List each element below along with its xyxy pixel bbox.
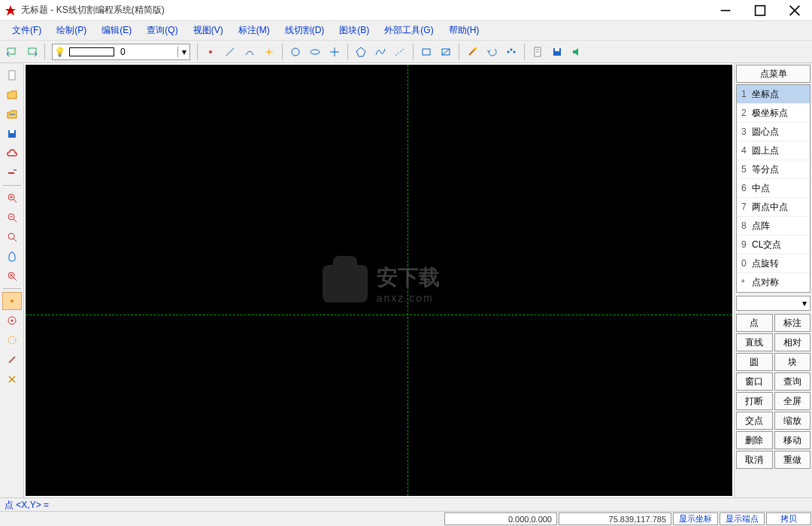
menu-view[interactable]: 视图(V) bbox=[186, 22, 231, 39]
crosshair-tool-button[interactable] bbox=[326, 43, 344, 61]
document-button[interactable] bbox=[529, 43, 547, 61]
watermark-text: 安下载 bbox=[377, 263, 440, 292]
menu-block[interactable]: 图块(B) bbox=[332, 22, 377, 39]
point-menu-item-2[interactable]: 3圆心点 bbox=[737, 123, 810, 141]
maximize-button[interactable] bbox=[743, 0, 777, 21]
point-menu-item-3[interactable]: 4圆上点 bbox=[737, 141, 810, 160]
menu-file[interactable]: 文件(F) bbox=[5, 22, 49, 39]
show-coords-button[interactable]: 显示坐标 bbox=[673, 512, 718, 525]
cmd-button-4[interactable]: 圆 bbox=[736, 353, 773, 371]
window-title: 无标题 - KS线切割编程系统(精简版) bbox=[21, 4, 708, 17]
cmd-button-1[interactable]: 标注 bbox=[774, 314, 811, 332]
arc-tool-button[interactable] bbox=[241, 43, 259, 61]
new-file-button[interactable] bbox=[2, 66, 22, 84]
erase-button[interactable] bbox=[2, 164, 22, 182]
cmd-button-15[interactable]: 重做 bbox=[774, 451, 811, 469]
cmd-button-2[interactable]: 直线 bbox=[736, 333, 773, 351]
point-menu-item-9[interactable]: 0点旋转 bbox=[737, 254, 810, 273]
cmd-button-3[interactable]: 相对 bbox=[774, 333, 811, 351]
undo-button[interactable] bbox=[483, 43, 501, 61]
point-menu-item-1[interactable]: 2极坐标点 bbox=[737, 104, 810, 123]
point-menu-index: 2 bbox=[741, 108, 752, 118]
menu-external[interactable]: 外部工具(G) bbox=[377, 22, 441, 39]
ellipse-tool-button[interactable] bbox=[306, 43, 324, 61]
panel-dropdown[interactable]: ▾ bbox=[736, 296, 810, 311]
point-menu-item-0[interactable]: 1坐标点 bbox=[737, 85, 810, 104]
chevron-down-icon[interactable]: ▾ bbox=[177, 47, 189, 57]
cmd-button-10[interactable]: 交点 bbox=[736, 412, 773, 430]
ring3-button[interactable] bbox=[2, 331, 22, 349]
menu-edit[interactable]: 编辑(E) bbox=[94, 22, 139, 39]
cmd-button-7[interactable]: 查询 bbox=[774, 372, 811, 391]
point-menu-label: 两点中点 bbox=[752, 201, 788, 214]
cmd-button-11[interactable]: 缩放 bbox=[774, 412, 811, 430]
next-view-button[interactable] bbox=[23, 43, 41, 61]
cmd-button-13[interactable]: 移动 bbox=[774, 431, 811, 449]
point-menu-item-5[interactable]: 6中点 bbox=[737, 179, 810, 198]
cmd-button-9[interactable]: 全屏 bbox=[774, 392, 811, 410]
wand-tool-button[interactable] bbox=[463, 43, 481, 61]
open2-file-button[interactable] bbox=[2, 105, 22, 123]
top-toolbar: 💡 0 ▾ bbox=[0, 41, 812, 63]
speaker-button[interactable] bbox=[568, 43, 586, 61]
point-menu-index: 8 bbox=[741, 220, 752, 231]
open-file-button[interactable] bbox=[2, 86, 22, 104]
command-line[interactable]: 点 <X,Y> = bbox=[0, 497, 812, 511]
rect2-tool-button[interactable] bbox=[437, 43, 455, 61]
svg-rect-29 bbox=[9, 71, 15, 80]
point-menu-label: 坐标点 bbox=[752, 88, 779, 101]
redo-dots-button[interactable] bbox=[502, 43, 520, 61]
menu-draw[interactable]: 绘制(P) bbox=[49, 22, 94, 39]
spline-tool-button[interactable] bbox=[371, 43, 389, 61]
circle-tool-button[interactable] bbox=[286, 43, 304, 61]
show-endpoints-button[interactable]: 显示端点 bbox=[720, 512, 765, 525]
save-file-button[interactable] bbox=[2, 125, 22, 143]
point-tool-button[interactable] bbox=[201, 43, 220, 61]
cmd-button-8[interactable]: 打断 bbox=[736, 392, 773, 410]
svg-rect-5 bbox=[8, 48, 15, 54]
zoom-in-button[interactable] bbox=[2, 189, 22, 207]
dashed-tool-button[interactable] bbox=[391, 43, 409, 61]
xmark-button[interactable] bbox=[2, 370, 22, 388]
zoom-out-button[interactable] bbox=[2, 208, 22, 227]
point-menu-label: 点对称 bbox=[752, 276, 779, 289]
point-menu-item-7[interactable]: 8点阵 bbox=[737, 217, 810, 236]
point-menu-label: 中点 bbox=[752, 182, 770, 195]
svg-point-47 bbox=[11, 299, 14, 303]
close-button[interactable] bbox=[777, 0, 812, 21]
menu-annotate[interactable]: 标注(M) bbox=[231, 22, 277, 39]
point-menu-item-8[interactable]: 9CL交点 bbox=[737, 236, 810, 254]
cmd-button-6[interactable]: 窗口 bbox=[736, 372, 773, 391]
point-menu-header[interactable]: 点菜单 bbox=[736, 65, 810, 83]
polygon-tool-button[interactable] bbox=[352, 43, 370, 61]
rect-tool-button[interactable] bbox=[417, 43, 435, 61]
zoom-reset-button[interactable] bbox=[2, 267, 22, 285]
cmd-button-12[interactable]: 删除 bbox=[736, 431, 773, 449]
point-menu-item-10[interactable]: *点对称 bbox=[737, 273, 810, 292]
prev-view-button[interactable] bbox=[3, 43, 21, 61]
copy-button[interactable]: 拷贝 bbox=[766, 512, 811, 525]
menu-help[interactable]: 帮助(H) bbox=[441, 22, 487, 39]
point-menu-item-6[interactable]: 7两点中点 bbox=[737, 198, 810, 217]
menu-wirecut[interactable]: 线切割(D) bbox=[277, 22, 332, 39]
cmd-button-0[interactable]: 点 bbox=[736, 314, 773, 332]
ring1-button[interactable] bbox=[2, 292, 22, 310]
drawing-canvas[interactable]: 安下载 anxz.com bbox=[26, 65, 732, 496]
sparkle-tool-button[interactable] bbox=[260, 43, 278, 61]
svg-point-20 bbox=[508, 50, 510, 53]
layer-selector[interactable]: 💡 0 ▾ bbox=[52, 44, 190, 60]
line-tool-button[interactable] bbox=[221, 43, 239, 61]
minimize-button[interactable] bbox=[708, 0, 743, 21]
save-button[interactable] bbox=[548, 43, 566, 61]
brush-button[interactable] bbox=[2, 351, 22, 369]
zoom-fit-button[interactable] bbox=[2, 228, 22, 246]
point-menu-index: 4 bbox=[741, 145, 752, 156]
cmd-button-5[interactable]: 块 bbox=[774, 353, 811, 371]
cmd-button-14[interactable]: 取消 bbox=[736, 451, 773, 469]
pan-button[interactable] bbox=[2, 248, 22, 266]
point-menu-label: 圆心点 bbox=[752, 126, 779, 138]
cloud-button[interactable] bbox=[2, 144, 22, 163]
menu-query[interactable]: 查询(Q) bbox=[139, 22, 185, 39]
ring2-button[interactable] bbox=[2, 312, 22, 330]
point-menu-item-4[interactable]: 5等分点 bbox=[737, 160, 810, 179]
